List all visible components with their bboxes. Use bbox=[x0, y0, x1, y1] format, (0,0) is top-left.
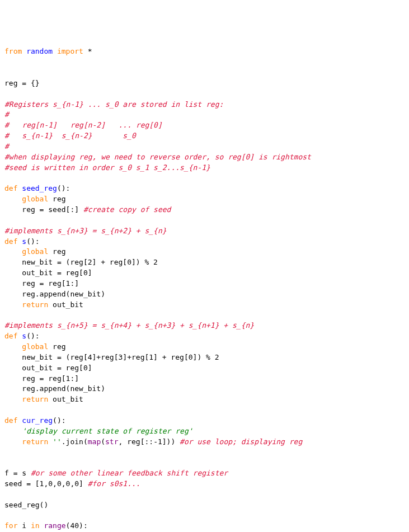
comment: # bbox=[4, 142, 9, 150]
kw-return: return bbox=[22, 300, 48, 309]
line-outbit: out_bit = reg[0] bbox=[22, 269, 92, 277]
fn-seed_reg: seed_reg bbox=[22, 184, 57, 192]
star: * bbox=[88, 47, 92, 55]
code-block: from random import * reg = {} #Registers… bbox=[4, 46, 405, 532]
line-shift: reg = reg[1:] bbox=[22, 279, 79, 288]
kw-def: def bbox=[4, 332, 17, 340]
ident-reg: reg bbox=[53, 195, 65, 203]
mod-random: random bbox=[26, 47, 53, 55]
comment: #Registers s_{n-1} ... s_0 are stored in… bbox=[4, 100, 223, 109]
comment: #implements s_{n+5} = s_{n+4} + s_{n+3} … bbox=[4, 321, 254, 329]
call-seed_reg: seed_reg() bbox=[4, 501, 48, 509]
line-seed: seed = [1,0,0,0,0] bbox=[4, 479, 83, 488]
kw-for: for bbox=[4, 521, 17, 530]
line-append: reg.append(new_bit) bbox=[22, 290, 105, 298]
kw-def: def bbox=[4, 416, 17, 425]
ident-i: i bbox=[22, 521, 26, 530]
comment: #or use loop; displaying reg bbox=[180, 437, 302, 446]
line-f-eq-s: f = s bbox=[4, 469, 26, 477]
kw-def: def bbox=[4, 237, 17, 246]
comment: # s_{n-1} s_{n-2} s_0 bbox=[4, 131, 136, 140]
line-outbit2: out_bit = reg[0] bbox=[22, 364, 92, 372]
slice: , reg[::-1])) bbox=[119, 437, 176, 446]
fn-cur_reg: cur_reg bbox=[22, 416, 53, 425]
builtin-str: str bbox=[105, 437, 118, 446]
kw-return: return bbox=[22, 437, 48, 446]
ret-outbit: out_bit bbox=[53, 300, 83, 309]
builtin-range: range bbox=[44, 521, 65, 530]
line-append2: reg.append(new_bit) bbox=[22, 384, 105, 393]
parens: (): bbox=[26, 237, 39, 246]
parens: (): bbox=[26, 332, 39, 340]
line-newbit: new_bit = (reg[2] + reg[0]) % 2 bbox=[22, 258, 158, 266]
line-copy-seed: reg = seed[:] bbox=[22, 205, 79, 214]
kw-in: in bbox=[31, 521, 40, 530]
kw-import: import bbox=[57, 47, 83, 55]
comment: #implements s_{n+3} = s_{n+2} + s_{n} bbox=[4, 227, 167, 235]
join-call: .join( bbox=[62, 437, 88, 446]
line-newbit2: new_bit = (reg[4]+reg[3]+reg[1] + reg[0]… bbox=[22, 353, 219, 361]
kw-global: global bbox=[22, 247, 48, 256]
comment: #create copy of seed bbox=[83, 205, 171, 214]
ident-reg: reg bbox=[53, 342, 65, 351]
comment: # reg[n-1] reg[n-2] ... reg[0] bbox=[4, 121, 162, 129]
fn-s2: s bbox=[22, 332, 26, 340]
line-shift2: reg = reg[1:] bbox=[22, 374, 79, 383]
str-empty: '' bbox=[53, 437, 62, 446]
comment: #or some other linear feedback shift reg… bbox=[31, 469, 228, 477]
ident-reg: reg bbox=[53, 247, 65, 256]
kw-global: global bbox=[22, 342, 48, 351]
kw-from: from bbox=[4, 47, 22, 55]
parens: (): bbox=[53, 416, 65, 425]
kw-return: return bbox=[22, 395, 48, 403]
line-reg-init: reg = {} bbox=[4, 79, 40, 87]
paren: ( bbox=[101, 437, 105, 446]
ret-outbit2: out_bit bbox=[53, 395, 83, 403]
kw-def: def bbox=[4, 184, 17, 192]
builtin-map: map bbox=[88, 437, 101, 446]
parens: (): bbox=[57, 184, 70, 192]
comment: #seed is written in order s_0 s_1 s_2...… bbox=[4, 163, 210, 172]
docstring: 'display current state of register reg' bbox=[22, 427, 192, 435]
comment: #when displaying reg, we need to reverse… bbox=[4, 153, 311, 161]
comment: #for s0s1... bbox=[88, 479, 140, 488]
comment: # bbox=[4, 110, 9, 119]
kw-global: global bbox=[22, 195, 48, 203]
fn-s1: s bbox=[22, 237, 26, 246]
range-arg: (40): bbox=[66, 521, 88, 530]
